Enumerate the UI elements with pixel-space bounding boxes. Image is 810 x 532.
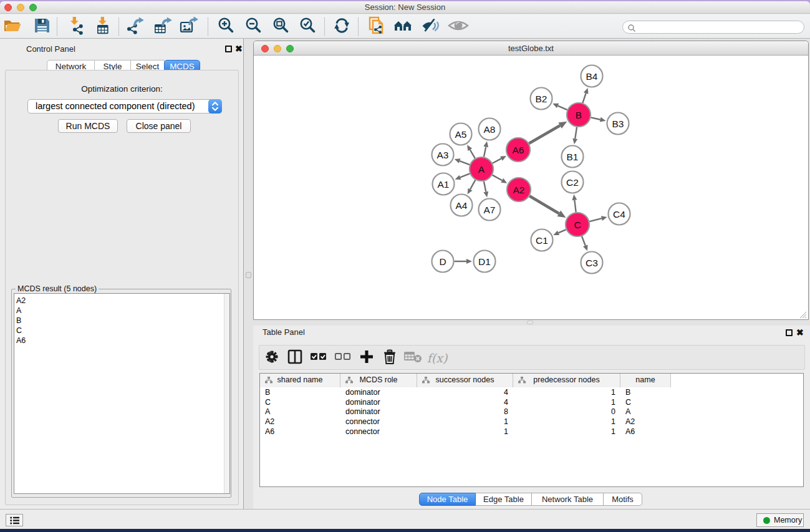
result-list-scrollbar[interactable] xyxy=(224,294,229,493)
edge-A6-B[interactable] xyxy=(529,125,560,143)
import-network-button[interactable] xyxy=(65,17,86,37)
edge-A-A4[interactable] xyxy=(470,180,475,190)
network-canvas[interactable]: B4B2BB3A5A8A6A3B1AA1C2A2A4A7C4CC1C3DD1 xyxy=(254,56,808,320)
cell-successor-nodes[interactable]: 1 xyxy=(417,427,513,437)
result-list-item[interactable]: C xyxy=(14,326,229,336)
edge-A-A7[interactable] xyxy=(484,181,486,192)
table-row[interactable]: A2connector11A2 xyxy=(260,417,803,427)
node-A[interactable]: A xyxy=(470,157,493,181)
column-header-successor-nodes[interactable]: successor nodes xyxy=(417,374,513,387)
cell-MCDS-role[interactable]: dominator xyxy=(340,388,417,398)
cell-predecessor-nodes[interactable]: 1 xyxy=(513,398,620,408)
cell-shared-name[interactable]: C xyxy=(260,398,340,408)
show-column-button[interactable] xyxy=(285,348,305,368)
node-D1[interactable]: D1 xyxy=(474,251,496,273)
node-B2[interactable]: B2 xyxy=(531,88,552,110)
edge-A-A3[interactable] xyxy=(460,161,470,165)
column-header-name[interactable]: name xyxy=(620,374,671,387)
table-panel-close-icon[interactable]: ✖ xyxy=(796,329,804,336)
run-mcds-button[interactable]: Run MCDS xyxy=(58,119,118,133)
cell-MCDS-role[interactable]: connector xyxy=(340,417,417,427)
edge-C-C2[interactable] xyxy=(574,200,576,212)
cell-predecessor-nodes[interactable]: 0 xyxy=(513,407,620,417)
table-row[interactable]: A6connector11A6 xyxy=(260,427,803,437)
search-input[interactable] xyxy=(638,22,799,32)
cell-name[interactable]: A2 xyxy=(620,417,671,427)
table-options-button[interactable] xyxy=(262,348,282,368)
node-C1[interactable]: C1 xyxy=(531,230,553,251)
tab-network-table[interactable]: Network Table xyxy=(532,493,604,506)
edge-B-B3[interactable] xyxy=(591,117,600,119)
edge-C-C1[interactable] xyxy=(559,230,566,233)
hide-selected-button[interactable] xyxy=(420,17,441,37)
node-A5[interactable]: A5 xyxy=(450,123,472,145)
cell-shared-name[interactable]: A6 xyxy=(260,427,340,437)
vertical-splitter-handle[interactable] xyxy=(246,272,251,278)
export-network-button[interactable] xyxy=(125,17,146,37)
cell-successor-nodes[interactable]: 8 xyxy=(417,407,513,417)
zoom-in-button[interactable] xyxy=(215,17,236,37)
column-header-MCDS-role[interactable]: MCDS role xyxy=(340,374,417,387)
cell-predecessor-nodes[interactable]: 1 xyxy=(513,417,620,427)
cell-shared-name[interactable]: A2 xyxy=(260,417,340,427)
zoom-selected-button[interactable] xyxy=(297,17,318,37)
new-network-from-selection-button[interactable] xyxy=(366,17,387,37)
table-row[interactable]: Cdominator41C xyxy=(260,398,803,408)
criterion-dropdown[interactable]: largest connected component (directed) xyxy=(27,99,222,114)
horizontal-splitter-handle[interactable] xyxy=(527,321,533,324)
edge-A-A6[interactable] xyxy=(493,158,501,163)
cell-name[interactable]: C xyxy=(620,398,671,408)
resize-grip-icon[interactable] xyxy=(798,310,807,319)
edge-A2-C[interactable] xyxy=(529,196,559,213)
node-A2[interactable]: A2 xyxy=(507,178,531,201)
select-all-columns-button[interactable] xyxy=(309,348,329,368)
create-new-column-button[interactable] xyxy=(357,348,377,368)
result-list-item[interactable]: A xyxy=(14,306,229,316)
cell-predecessor-nodes[interactable]: 1 xyxy=(513,388,620,398)
edge-C-C3[interactable] xyxy=(582,236,586,246)
first-neighbors-button[interactable] xyxy=(393,17,414,37)
edge-A-A2[interactable] xyxy=(493,175,503,181)
node-D[interactable]: D xyxy=(432,251,454,273)
node-C[interactable]: C xyxy=(566,213,589,236)
cell-successor-nodes[interactable]: 1 xyxy=(417,417,513,427)
node-A6[interactable]: A6 xyxy=(506,138,530,162)
node-A8[interactable]: A8 xyxy=(479,118,501,140)
column-header-shared-name[interactable]: shared name xyxy=(260,374,340,387)
cell-name[interactable]: B xyxy=(620,388,671,398)
cell-predecessor-nodes[interactable]: 1 xyxy=(513,427,620,437)
mcds-result-list[interactable]: A2ABCA6 xyxy=(14,293,230,494)
cell-successor-nodes[interactable]: 4 xyxy=(417,398,513,408)
node-B[interactable]: B xyxy=(567,103,591,127)
edge-B-B2[interactable] xyxy=(558,106,567,110)
cell-name[interactable]: A xyxy=(620,407,671,417)
node-A1[interactable]: A1 xyxy=(433,173,455,195)
node-C3[interactable]: C3 xyxy=(581,252,603,274)
result-list-item[interactable]: A2 xyxy=(14,296,229,306)
tab-edge-table[interactable]: Edge Table xyxy=(476,493,532,506)
control-panel-float-icon[interactable] xyxy=(225,46,232,52)
cell-MCDS-role[interactable]: connector xyxy=(340,427,417,437)
tab-node-table[interactable]: Node Table xyxy=(419,493,476,506)
node-B4[interactable]: B4 xyxy=(581,65,603,87)
cell-name[interactable]: A6 xyxy=(620,427,671,437)
result-list-item[interactable]: B xyxy=(14,316,229,326)
edge-C-C4[interactable] xyxy=(589,218,602,221)
edge-B-B4[interactable] xyxy=(582,93,586,103)
table-row[interactable]: Adominator80A xyxy=(260,407,803,417)
cell-MCDS-role[interactable]: dominator xyxy=(340,398,417,408)
node-B1[interactable]: B1 xyxy=(562,146,584,168)
memory-button[interactable]: Memory xyxy=(756,513,804,527)
node-B3[interactable]: B3 xyxy=(607,113,629,135)
node-C2[interactable]: C2 xyxy=(562,172,584,193)
cell-shared-name[interactable]: B xyxy=(260,388,340,398)
export-image-button[interactable] xyxy=(178,17,200,37)
node-A4[interactable]: A4 xyxy=(451,195,473,216)
result-list-item[interactable]: A6 xyxy=(14,336,229,346)
node-A3[interactable]: A3 xyxy=(432,144,454,166)
close-panel-button[interactable]: Close panel xyxy=(127,119,191,133)
edge-A-A1[interactable] xyxy=(460,173,470,177)
import-table-button[interactable] xyxy=(92,17,113,37)
column-header-predecessor-nodes[interactable]: predecessor nodes xyxy=(513,374,620,387)
node-A7[interactable]: A7 xyxy=(479,199,501,221)
